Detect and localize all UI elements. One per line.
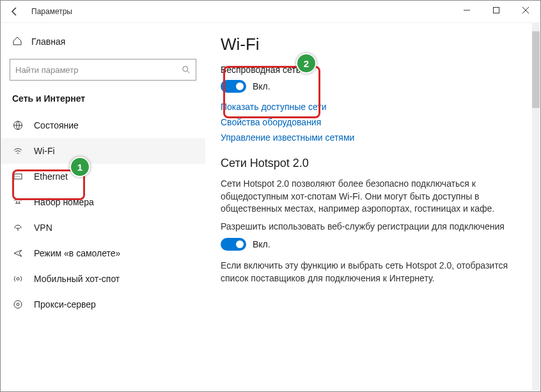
dialup-icon (12, 197, 24, 207)
wireless-label: Беспроводная сеть (221, 65, 525, 75)
hotspot-icon (12, 274, 24, 284)
svg-rect-0 (494, 8, 499, 13)
section-heading: Сеть и Интернет (1, 90, 205, 113)
main-panel: Wi-Fi Беспроводная сеть Вкл. Показать до… (205, 23, 540, 391)
sidebar: Главная Найти параметр Сеть и Интернет С… (1, 23, 205, 391)
sidebar-item-label: Мобильный хот-спот (34, 274, 120, 284)
hotspot-note: Если включить эту функцию и выбрать сеть… (221, 260, 525, 285)
minimize-button[interactable] (452, 1, 482, 20)
toggle-state: Вкл. (253, 81, 270, 91)
sidebar-item-label: Прокси-сервер (34, 299, 96, 310)
airplane-icon (12, 248, 24, 258)
hotspot-heading: Сети Hotspot 2.0 (221, 157, 525, 170)
sidebar-item-hotspot[interactable]: Мобильный хот-спот (1, 266, 205, 292)
toggle-state: Вкл. (253, 239, 270, 249)
hotspot-description: Сети Hotspot 2.0 позволяют более безопас… (221, 178, 525, 216)
globe-icon (12, 120, 24, 130)
sidebar-item-label: VPN (34, 223, 52, 233)
home-label: Главная (31, 36, 65, 47)
link-manage-networks[interactable]: Управление известными сетями (221, 132, 525, 143)
scrollbar-thumb[interactable] (532, 31, 540, 108)
search-input[interactable]: Найти параметр (10, 59, 196, 81)
search-icon (182, 65, 191, 74)
home-link[interactable]: Главная (1, 29, 205, 54)
sidebar-item-status[interactable]: Состояние (1, 113, 205, 138)
sidebar-item-label: Состояние (34, 120, 79, 130)
svg-point-4 (17, 278, 19, 280)
sidebar-item-airplane[interactable]: Режим «в самолете» (1, 240, 205, 266)
svg-point-6 (17, 303, 19, 306)
close-button[interactable] (511, 1, 540, 20)
search-placeholder: Найти параметр (15, 65, 182, 75)
page-title: Wi-Fi (221, 35, 525, 54)
hotspot-allow-label: Разрешить использовать веб-службу регист… (221, 221, 525, 233)
toggle-switch-icon (221, 80, 246, 93)
svg-point-1 (183, 67, 188, 72)
home-icon (12, 36, 22, 48)
link-show-networks[interactable]: Показать доступные сети (221, 102, 525, 112)
sidebar-item-proxy[interactable]: Прокси-сервер (1, 292, 205, 317)
toggle-switch-icon (221, 238, 246, 251)
sidebar-item-wifi[interactable]: Wi-Fi (1, 138, 205, 164)
ethernet-icon (12, 171, 24, 182)
vpn-icon (12, 223, 24, 233)
sidebar-item-label: Набор номера (34, 197, 94, 207)
link-hardware-properties[interactable]: Свойства оборудования (221, 117, 525, 127)
window-title: Параметры (31, 7, 72, 16)
hotspot-toggle[interactable]: Вкл. (221, 238, 525, 251)
sidebar-item-label: Ethernet (34, 171, 68, 182)
sidebar-item-vpn[interactable]: VPN (1, 215, 205, 240)
wireless-toggle[interactable]: Вкл. (221, 80, 525, 93)
sidebar-item-dialup[interactable]: Набор номера (1, 189, 205, 215)
sidebar-item-label: Режим «в самолете» (34, 248, 120, 258)
back-button[interactable] (6, 3, 24, 20)
proxy-icon (12, 299, 24, 310)
sidebar-item-ethernet[interactable]: Ethernet (1, 164, 205, 189)
scrollbar[interactable] (532, 22, 540, 391)
svg-point-5 (14, 301, 22, 308)
maximize-button[interactable] (482, 1, 511, 20)
wifi-icon (12, 146, 24, 156)
sidebar-item-label: Wi-Fi (34, 146, 55, 156)
